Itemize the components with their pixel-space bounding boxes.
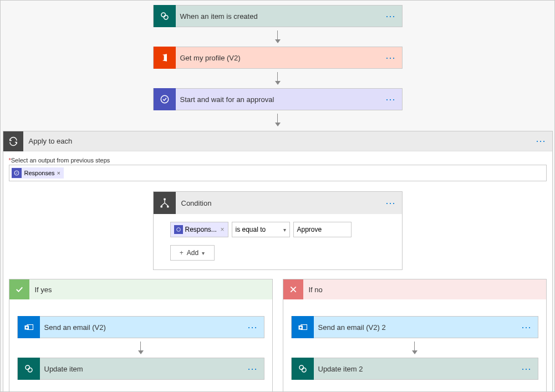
if-no-title: If no [303, 286, 323, 294]
outlook-icon [18, 316, 40, 338]
condition-title: Condition [176, 199, 380, 207]
svg-rect-6 [167, 206, 169, 207]
outlook-icon [292, 316, 314, 338]
approval-title: Start and wait for an approval [176, 95, 380, 104]
arrow-icon [412, 342, 417, 354]
update-item-no-card[interactable]: Update item 2 [291, 358, 538, 380]
svg-point-1 [164, 16, 168, 20]
trigger-card[interactable]: When an item is created [153, 5, 403, 27]
svg-point-11 [26, 365, 30, 370]
arrow-icon [138, 342, 144, 354]
arrow-icon [275, 30, 281, 43]
plus-icon: + [180, 249, 184, 257]
chevron-down-icon: ▾ [283, 227, 286, 233]
update-item-no-title: Update item 2 [314, 365, 516, 373]
svg-point-20 [302, 368, 306, 373]
if-no-header[interactable]: If no [283, 279, 546, 299]
send-email-yes-title: Send an email (V2) [40, 323, 242, 332]
output-field[interactable]: Responses × [9, 165, 547, 181]
add-condition-button[interactable]: + Add ▾ [170, 245, 215, 261]
apply-to-each-menu[interactable] [530, 135, 552, 147]
send-email-no-title: Send an email (V2) 2 [314, 323, 516, 332]
approval-icon [174, 225, 183, 234]
sharepoint-icon [292, 358, 314, 380]
update-item-yes-menu[interactable] [242, 363, 264, 375]
update-item-yes-title: Update item [40, 365, 242, 373]
condition-left-value[interactable]: Respons... × [170, 222, 228, 237]
condition-header[interactable]: Condition [154, 192, 402, 214]
send-email-yes-card[interactable]: Send an email (V2) [17, 316, 264, 338]
token-remove-icon[interactable]: × [57, 170, 60, 176]
svg-point-18 [299, 327, 301, 328]
apply-to-each-header[interactable]: Apply to each [3, 131, 552, 151]
svg-point-19 [299, 365, 304, 370]
svg-rect-4 [164, 198, 165, 200]
send-email-yes-menu[interactable] [242, 322, 264, 333]
get-profile-title: Get my profile (V2) [176, 54, 380, 62]
update-item-yes-card[interactable]: Update item [17, 358, 264, 380]
svg-point-12 [28, 368, 32, 373]
arrow-icon [275, 114, 281, 126]
flow-canvas: When an item is created Get my profile (… [0, 0, 555, 392]
loop-icon [3, 131, 23, 151]
responses-token-label: Responses [24, 170, 55, 176]
apply-to-each-title: Apply to each [23, 137, 530, 145]
condition-menu[interactable] [380, 197, 402, 209]
approval-icon [12, 168, 22, 178]
sharepoint-icon [18, 358, 40, 380]
token-remove-icon[interactable]: × [220, 226, 224, 233]
get-profile-menu[interactable] [380, 52, 402, 64]
trigger-title: When an item is created [176, 12, 380, 21]
if-yes-header[interactable]: If yes [9, 279, 272, 299]
output-field-label: *Select an output from previous steps [9, 157, 547, 164]
office-icon [154, 47, 176, 69]
close-icon [283, 279, 303, 299]
if-yes-title: If yes [29, 286, 52, 294]
condition-row: Respons... × is equal to ▾ Approve [170, 222, 385, 237]
condition-branches: If yes Send an email (V2) [9, 279, 547, 392]
send-email-no-card[interactable]: Send an email (V2) 2 [291, 316, 538, 338]
if-yes-branch: If yes Send an email (V2) [9, 279, 273, 392]
apply-to-each-container: Apply to each *Select an output from pre… [3, 131, 553, 392]
if-no-branch: If no Send an email (V2) 2 [283, 279, 547, 392]
trigger-menu[interactable] [380, 11, 402, 22]
send-email-no-menu[interactable] [516, 322, 538, 333]
svg-point-10 [26, 327, 27, 328]
svg-point-0 [161, 13, 166, 17]
condition-right-value[interactable]: Approve [293, 222, 352, 237]
condition-operator-dropdown[interactable]: is equal to ▾ [232, 222, 290, 237]
chevron-down-icon: ▾ [202, 250, 205, 256]
condition-icon [154, 192, 176, 214]
sharepoint-icon [154, 5, 176, 27]
approval-icon [154, 88, 176, 110]
approval-card[interactable]: Start and wait for an approval [153, 88, 403, 110]
svg-point-2 [161, 95, 169, 103]
responses-token[interactable]: Responses × [12, 167, 64, 179]
approval-menu[interactable] [380, 94, 402, 105]
get-profile-card[interactable]: Get my profile (V2) [153, 47, 403, 69]
checkmark-icon [9, 279, 29, 299]
update-item-no-menu[interactable] [516, 363, 538, 375]
svg-point-7 [176, 228, 180, 232]
svg-rect-5 [160, 206, 162, 207]
condition-card: Condition Respons... × [153, 191, 403, 270]
arrow-icon [275, 72, 281, 85]
